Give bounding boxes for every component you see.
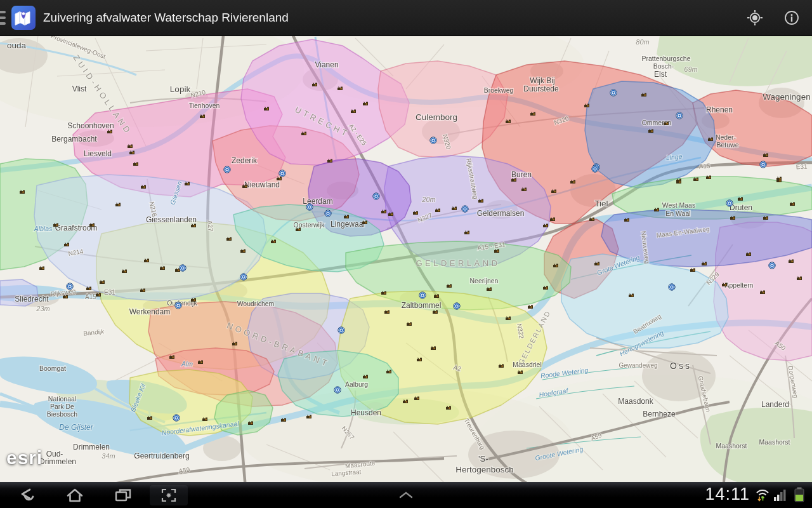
map-label: E31 bbox=[796, 163, 808, 170]
measurement-point-marker[interactable] bbox=[180, 265, 186, 271]
map-label: 80m bbox=[636, 38, 649, 46]
measurement-point-marker[interactable] bbox=[592, 166, 598, 172]
map-label: Lopik bbox=[170, 84, 191, 94]
status-clock: 14:11 bbox=[705, 485, 750, 504]
recents-button[interactable] bbox=[104, 485, 142, 505]
back-button[interactable] bbox=[6, 485, 44, 505]
map-label: Appeltern bbox=[725, 281, 754, 289]
measurement-point-marker[interactable] bbox=[279, 170, 285, 177]
info-button[interactable] bbox=[774, 5, 809, 30]
map-label: Nieuwland bbox=[244, 180, 280, 189]
map-label: Nationaal bbox=[48, 395, 76, 403]
map-label: Wageningen bbox=[763, 92, 810, 102]
measurement-point-marker[interactable] bbox=[67, 283, 73, 290]
map-label: Druten bbox=[730, 203, 752, 212]
map-label: Tienhoven bbox=[189, 102, 220, 109]
measurement-point-marker[interactable] bbox=[676, 112, 683, 119]
map-pin-app-icon[interactable] bbox=[11, 5, 36, 30]
map-label: Bergambacht bbox=[51, 135, 97, 144]
measurement-point-marker[interactable] bbox=[306, 204, 313, 210]
map-label: Maasdonk bbox=[618, 397, 653, 406]
map-label: Biesbosch bbox=[47, 410, 78, 418]
map-label: Heusden bbox=[351, 408, 381, 417]
map-label: A27 bbox=[206, 220, 214, 232]
measurement-point-marker[interactable] bbox=[325, 210, 331, 217]
map-svg: oudaVlistLopikTienhovenSchoonhovenBergam… bbox=[0, 0, 812, 508]
map-label: Maashorst bbox=[759, 438, 790, 446]
home-button[interactable] bbox=[56, 485, 94, 505]
map-label: Drimmelen bbox=[39, 457, 76, 466]
map-label: Wijk Bij bbox=[530, 76, 554, 85]
map-label: Bosch- bbox=[653, 62, 674, 70]
map-label: Alm bbox=[181, 360, 193, 368]
map-label: Betuwe bbox=[716, 141, 738, 149]
map-label: Drimmelen bbox=[73, 443, 110, 451]
map-label: Neerijnen bbox=[470, 277, 499, 284]
map-label: Oss bbox=[670, 361, 691, 371]
measurement-point-marker[interactable] bbox=[726, 200, 733, 206]
map-label: Elst bbox=[654, 70, 667, 79]
menu-handle-icon[interactable] bbox=[0, 0, 6, 36]
locate-icon bbox=[746, 9, 764, 27]
map-label: Vianen bbox=[315, 60, 338, 69]
info-icon bbox=[783, 9, 801, 27]
measurement-point-marker[interactable] bbox=[669, 284, 675, 290]
panel-collapse-handle[interactable] bbox=[387, 485, 425, 505]
map-label: Broekweg bbox=[484, 86, 514, 94]
map-canvas[interactable]: oudaVlistLopikTienhovenSchoonhovenBergam… bbox=[0, 0, 812, 508]
map-label: Duurstede bbox=[523, 84, 559, 93]
measurement-point-marker[interactable] bbox=[610, 90, 617, 96]
map-label: 69m bbox=[684, 65, 697, 73]
map-label: Zederik bbox=[232, 156, 258, 165]
map-label: Tiel bbox=[594, 199, 608, 208]
measurement-point-marker[interactable] bbox=[173, 415, 180, 421]
measurement-point-marker[interactable] bbox=[373, 193, 379, 199]
map-label: Gewandeweg bbox=[619, 362, 657, 369]
map-label: Buren bbox=[511, 170, 532, 179]
map-label: Woudrichem bbox=[237, 300, 275, 307]
map-label: En Waal bbox=[665, 210, 690, 217]
measurement-point-marker[interactable] bbox=[224, 166, 230, 173]
measurement-point-marker[interactable] bbox=[430, 137, 436, 144]
wifi-traffic-icon bbox=[755, 487, 770, 505]
map-label: De Gijster bbox=[59, 423, 93, 432]
recents-icon bbox=[114, 487, 133, 504]
battery-icon bbox=[794, 487, 804, 505]
measurement-point-marker[interactable] bbox=[760, 161, 766, 168]
map-label: Hertogenbosch bbox=[455, 465, 514, 474]
map-label: 20m bbox=[421, 196, 435, 203]
back-icon bbox=[16, 487, 35, 504]
home-icon bbox=[65, 487, 84, 504]
measurement-point-marker[interactable] bbox=[454, 303, 460, 309]
measurement-point-marker[interactable] bbox=[462, 206, 468, 212]
map-label: Liesveld bbox=[84, 149, 112, 158]
map-label: 23m bbox=[36, 305, 49, 312]
map-label: A15 bbox=[85, 293, 96, 300]
map-label: 'S- bbox=[478, 454, 488, 464]
measurement-point-marker[interactable] bbox=[769, 262, 775, 269]
map-label: Alblas bbox=[34, 225, 53, 232]
measurement-point-marker[interactable] bbox=[338, 327, 344, 333]
map-label: Culemborg bbox=[416, 112, 457, 122]
map-label: Lingewaal bbox=[331, 220, 365, 229]
map-label: Aalburg bbox=[345, 380, 368, 388]
map-label: E31 bbox=[104, 289, 115, 296]
measurement-point-marker[interactable] bbox=[240, 274, 247, 280]
map-label: Zaltbommel bbox=[402, 301, 442, 310]
screen: oudaVlistLopikTienhovenSchoonhovenBergam… bbox=[0, 0, 812, 508]
esri-attribution: esri bbox=[6, 447, 43, 469]
map-label: Bernheze bbox=[643, 410, 676, 418]
locate-button[interactable] bbox=[737, 5, 773, 30]
capture-icon bbox=[159, 487, 178, 504]
map-label: Neder- bbox=[716, 133, 737, 141]
app-title: Zuivering afvalwater Waterschap Rivieren… bbox=[43, 0, 289, 36]
map-label: Geertruidenberg bbox=[134, 451, 189, 460]
map-label: Vlist bbox=[72, 84, 87, 93]
map-label: Landerd bbox=[761, 400, 789, 409]
map-label: Oosterwijk bbox=[293, 221, 325, 229]
capture-button[interactable] bbox=[150, 485, 188, 505]
measurement-point-marker[interactable] bbox=[419, 292, 426, 298]
measurement-point-marker[interactable] bbox=[175, 302, 181, 309]
action-bar: Zuivering afvalwater Waterschap Rivieren… bbox=[0, 0, 812, 36]
measurement-point-marker[interactable] bbox=[334, 387, 341, 393]
